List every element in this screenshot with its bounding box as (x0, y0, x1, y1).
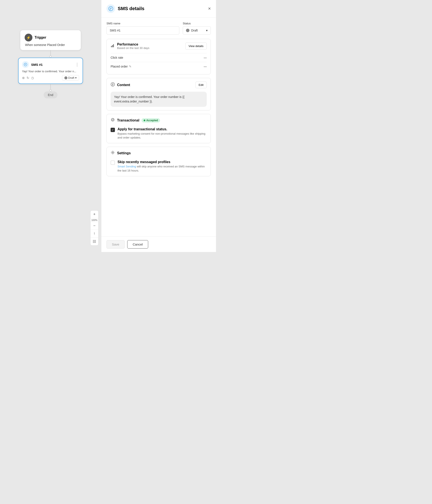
zoom-out-button[interactable]: − (91, 222, 98, 230)
svg-point-4 (93, 241, 94, 242)
status-group: Status Draft ▾ (183, 22, 211, 35)
skip-checkbox-row: Skip recently messaged profiles Smart Se… (111, 160, 207, 172)
skip-label: Skip recently messaged profiles (118, 160, 207, 164)
transactional-checkbox-row: ✓ Apply for transactional status. Bypass… (111, 127, 207, 140)
sms-draft-badge[interactable]: Draft ▾ (62, 75, 79, 81)
zoom-in-button[interactable]: + (91, 211, 98, 218)
placed-order-value: — (204, 65, 207, 68)
accepted-label: Accepted (146, 119, 158, 122)
accepted-dot (144, 119, 145, 121)
skip-checkbox[interactable] (111, 161, 115, 165)
svg-rect-11 (111, 46, 112, 47)
svg-point-8 (94, 242, 95, 243)
performance-icon (111, 43, 115, 49)
status-value: Draft (191, 29, 198, 32)
content-header: Content Edit (107, 78, 211, 92)
cancel-button[interactable]: Cancel (127, 240, 148, 249)
trigger-subtitle: When someone Placed Order (25, 43, 76, 47)
svg-rect-12 (112, 45, 113, 47)
sms-node-preview: Yay! Your order is confirmed. Your order… (22, 70, 79, 73)
placed-order-label: Placed order ✎ (111, 65, 131, 68)
content-title: Content (117, 83, 130, 87)
view-details-button[interactable]: View details (185, 43, 207, 50)
zoom-percent: 100% (91, 218, 98, 222)
transactional-body: ✓ Apply for transactional status. Bypass… (107, 126, 211, 143)
transactional-checkbox-label: Apply for transactional status. (118, 127, 207, 131)
message-bubble: Yay! Your order is confirmed. Your order… (111, 92, 207, 107)
panel-title: SMS details (118, 6, 144, 11)
trigger-node: ⚡ Trigger When someone Placed Order (20, 30, 81, 50)
panel-content: SMS name Status Draft ▾ (101, 18, 216, 236)
performance-title: Performance (117, 43, 150, 46)
end-node: End (44, 91, 58, 98)
zoom-grid-button[interactable] (91, 238, 98, 245)
performance-header: Performance Based on the last 30 days Vi… (107, 39, 211, 53)
save-button[interactable]: Save (106, 240, 125, 249)
trigger-title: Trigger (35, 36, 46, 39)
sms-node[interactable]: SMS #1 ⋮ Yay! Your order is confirmed. Y… (18, 58, 83, 84)
click-rate-label: Click rate (111, 56, 123, 59)
sms-icon-send: ⊗ (22, 76, 25, 80)
sms-icon-clock: ◷ (31, 76, 34, 80)
right-panel: SMS details × SMS name Status Draft ▾ (101, 0, 216, 252)
transactional-icon (111, 117, 115, 123)
svg-point-6 (95, 241, 96, 242)
skip-desc: Smart Sending will skip anyone who recei… (118, 165, 207, 172)
click-rate-row: Click rate — (111, 53, 207, 62)
trigger-icon: ⚡ (25, 34, 32, 41)
sms-name-label: SMS name (106, 22, 179, 25)
content-card: Content Edit Yay! Your order is confirme… (106, 78, 211, 110)
panel-header-icon (106, 4, 115, 13)
edit-button[interactable]: Edit (196, 81, 207, 88)
settings-header: Settings (107, 147, 211, 159)
settings-icon (111, 150, 115, 156)
performance-card: Performance Based on the last 30 days Vi… (106, 39, 211, 74)
svg-rect-13 (113, 44, 114, 47)
panel-footer: Save Cancel (101, 236, 216, 252)
content-icon (111, 82, 115, 88)
placed-order-edit-icon: ✎ (129, 65, 131, 68)
sms-icon-refresh: ↻ (27, 76, 29, 80)
svg-point-1 (93, 240, 94, 241)
transactional-title: Transactional (117, 118, 139, 122)
svg-point-10 (109, 7, 113, 11)
connector-1 (49, 50, 52, 58)
svg-point-9 (95, 242, 96, 243)
panel-header: SMS details × (101, 0, 216, 18)
chevron-down-icon: ▾ (75, 76, 77, 79)
zoom-fit-button[interactable]: ↑ (91, 230, 98, 238)
accepted-badge: Accepted (141, 118, 160, 123)
transactional-checkbox-desc: Bypass marketing consent for non-promoti… (118, 132, 207, 140)
placed-order-row: Placed order ✎ — (111, 62, 207, 71)
sms-node-icon (22, 61, 29, 68)
transactional-card: Transactional Accepted ✓ Apply for trans… (106, 114, 211, 143)
svg-point-0 (24, 63, 27, 66)
transactional-header: Transactional Accepted (107, 114, 211, 126)
status-select[interactable]: Draft ▾ (183, 26, 211, 35)
chevron-down-icon: ▾ (206, 29, 207, 32)
smart-sending-link[interactable]: Smart Sending (118, 165, 136, 168)
sms-name-group: SMS name (106, 22, 179, 35)
svg-point-5 (94, 241, 95, 242)
status-label: Status (183, 22, 211, 25)
sms-name-input[interactable] (106, 26, 179, 35)
transactional-checkbox[interactable]: ✓ (111, 128, 115, 132)
settings-title: Settings (117, 151, 131, 155)
sms-node-name: SMS #1 (31, 63, 43, 66)
close-button[interactable]: × (208, 6, 211, 11)
zoom-controls: + 100% − ↑ (90, 210, 98, 245)
draft-label: Draft (68, 76, 74, 79)
draft-dot (64, 76, 67, 79)
content-body: Yay! Your order is confirmed. Your order… (107, 92, 211, 110)
settings-body: Skip recently messaged profiles Smart Se… (107, 159, 211, 176)
sms-node-icons: ⊗ ↻ ◷ (22, 76, 34, 80)
sms-node-menu-button[interactable]: ⋮ (75, 62, 79, 67)
form-row: SMS name Status Draft ▾ (106, 22, 211, 35)
svg-point-3 (95, 240, 96, 241)
canvas-area: ⚡ Trigger When someone Placed Order SMS … (0, 0, 101, 252)
performance-subtitle: Based on the last 30 days (117, 46, 150, 50)
status-dot (186, 29, 189, 32)
metrics-body: Click rate — Placed order ✎ — (107, 53, 211, 74)
connector-2 (49, 84, 52, 91)
svg-point-7 (93, 242, 94, 243)
